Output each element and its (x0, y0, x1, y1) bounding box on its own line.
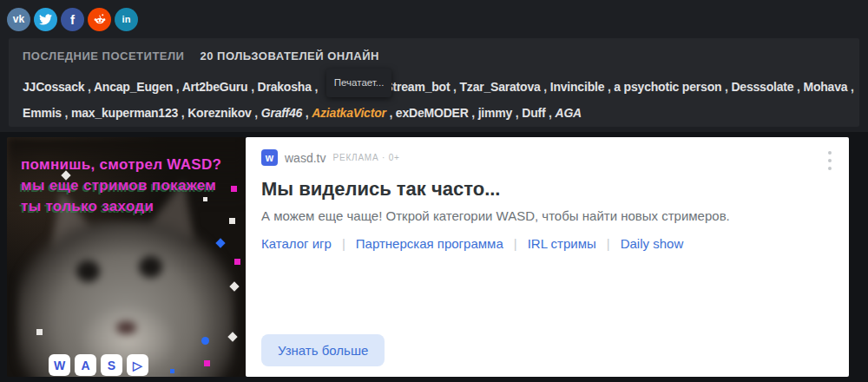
name-separator: , (252, 106, 261, 120)
confetti (170, 369, 174, 373)
vk-icon-label: vk (13, 14, 24, 24)
linkedin-icon-label: in (122, 15, 131, 24)
visitor-name[interactable]: AGA (555, 106, 582, 120)
visitors-panel: ПОСЛЕДНИЕ ПОСЕТИТЕЛИ 20 ПОЛЬЗОВАТЕЛЕЙ ОН… (9, 38, 859, 127)
visitor-name[interactable]: Desssolate (731, 80, 793, 94)
confetti (36, 329, 43, 335)
ad-link[interactable]: Партнерская программа (356, 236, 503, 251)
ad-panel: w wasd.tv РЕКЛАМА · 0+ Мы виделись так ч… (246, 137, 849, 377)
ad-title: Мы виделись так часто... (261, 178, 849, 201)
name-separator: , (721, 80, 731, 94)
visitor-names: JJCossack , Ancap_Eugen , Art2beGuru , D… (23, 74, 845, 124)
name-separator: , (62, 106, 71, 120)
visitor-name[interactable]: exDeMODER (396, 106, 469, 120)
confetti (229, 218, 235, 224)
visitor-name[interactable]: Emmis (23, 106, 62, 120)
learn-more-button[interactable]: Узнать больше (261, 334, 385, 366)
name-separator: , (312, 80, 321, 94)
visitor-name[interactable]: Ancap_Eugen (94, 80, 173, 94)
ad-links: Каталог игр|Партнерская программа|IRL ст… (261, 236, 849, 251)
visitor-name[interactable]: Mohava (803, 80, 847, 94)
link-separator: | (607, 236, 610, 251)
name-separator: , (541, 80, 550, 94)
ad-banner-section: помнишь, смотрел WASD? мы еще стримов по… (0, 132, 868, 382)
banner-text: помнишь, смотрел WASD? мы еще стримов по… (21, 155, 221, 217)
online-count: 20 ПОЛЬЗОВАТЕЛЕЙ ОНЛАЙН (200, 49, 379, 63)
visitor-name[interactable]: Invincible (550, 80, 605, 94)
visitor-name[interactable]: Duff (522, 106, 545, 120)
name-separator: , (450, 80, 459, 94)
wasd-logo-letter: ▷ (127, 354, 148, 376)
name-separator: , (512, 106, 522, 120)
typing-tooltip: Печатает... (326, 69, 392, 97)
link-separator: | (514, 236, 517, 251)
vk-icon[interactable]: vk (7, 8, 30, 31)
facebook-icon-label: f (70, 13, 75, 26)
menu-dots-icon[interactable] (825, 148, 835, 174)
name-separator: , (247, 80, 257, 94)
visitor-name[interactable]: Art2beGuru (182, 80, 248, 94)
wasd-logo: WAS▷ (49, 354, 148, 376)
reddit-icon[interactable] (88, 8, 111, 31)
ad-banner-image[interactable]: помнишь, смотрел WASD? мы еще стримов по… (7, 137, 246, 377)
twitter-bird-icon (39, 13, 52, 26)
linkedin-icon[interactable]: in (115, 8, 138, 31)
name-separator: , (469, 106, 478, 120)
visitor-name[interactable]: Koreznikov (187, 106, 251, 120)
ad-link[interactable]: Daily show (621, 236, 684, 251)
visitor-name[interactable]: a psychotic person (614, 80, 721, 94)
name-separator: , (847, 80, 853, 94)
name-separator: , (545, 106, 555, 120)
confetti (201, 337, 209, 345)
visitor-name[interactable]: jimmy (478, 106, 512, 120)
name-separator: , (173, 80, 182, 94)
confetti (234, 259, 240, 265)
link-separator: | (342, 236, 345, 251)
name-separator: , (793, 80, 803, 94)
ad-label: РЕКЛАМА · 0+ (332, 153, 399, 162)
visitors-header: ПОСЛЕДНИЕ ПОСЕТИТЕЛИ 20 ПОЛЬЗОВАТЕЛЕЙ ОН… (23, 49, 845, 63)
banner-line1: помнишь, смотрел WASD? (21, 155, 221, 175)
twitter-icon[interactable] (34, 8, 57, 31)
visitor-name[interactable]: Graff46 (261, 106, 302, 120)
ad-link[interactable]: IRL стримы (528, 236, 596, 251)
ad-link[interactable]: Каталог игр (261, 236, 332, 251)
visitor-name[interactable]: Stream_bot (385, 80, 450, 94)
visitor-name[interactable]: JJCossack (23, 80, 84, 94)
reddit-alien-icon (93, 12, 107, 26)
visitors-title: ПОСЛЕДНИЕ ПОСЕТИТЕЛИ (23, 49, 184, 63)
visitor-name[interactable]: max_kuperman123 (71, 106, 178, 120)
brand-letter: w (266, 152, 273, 164)
name-separator: , (84, 80, 94, 94)
wasd-brand-icon: w (261, 149, 278, 166)
visitor-name[interactable]: AziatkaVictor (312, 106, 386, 120)
confetti (231, 186, 237, 192)
banner-line2: мы еще стримов покажем (21, 175, 221, 196)
ad-header: w wasd.tv РЕКЛАМА · 0+ (261, 149, 849, 166)
name-separator: , (386, 106, 396, 120)
confetti (204, 360, 210, 366)
wasd-logo-letter: A (75, 354, 96, 376)
social-bar: vk f in (0, 0, 868, 38)
ad-body: А можем еще чаще! Открой категории WASD,… (261, 208, 849, 223)
wasd-logo-letter: W (49, 354, 70, 376)
name-separator: , (604, 80, 614, 94)
name-separator: , (302, 106, 312, 120)
visitor-name[interactable]: Drakosha (258, 80, 312, 94)
facebook-icon[interactable]: f (61, 8, 84, 31)
wasd-logo-letter: S (101, 354, 122, 376)
banner-line3: ты только заходи (21, 196, 221, 217)
brand-name[interactable]: wasd.tv (285, 151, 326, 165)
name-separator: , (178, 106, 187, 120)
visitor-name[interactable]: Tzar_Saratova (459, 80, 540, 94)
